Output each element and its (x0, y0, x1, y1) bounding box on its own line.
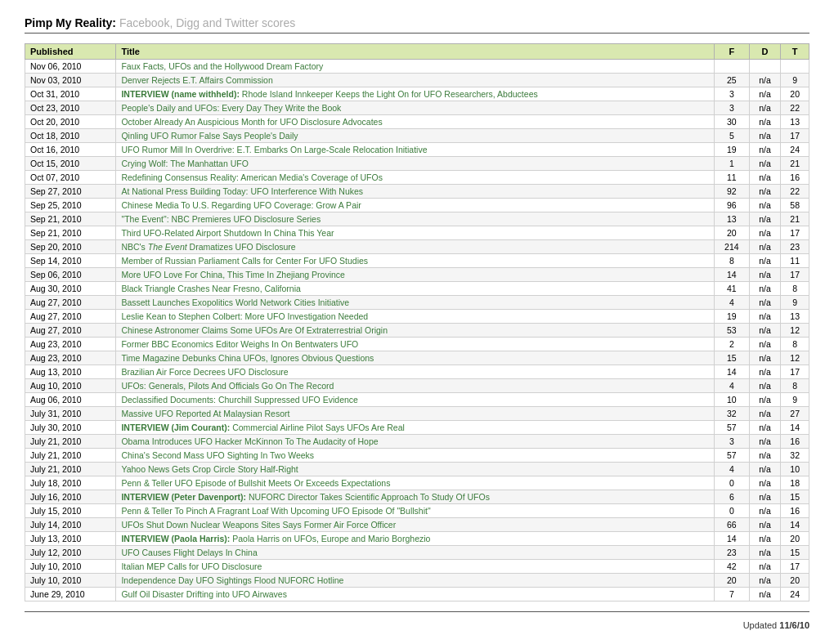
cell-t: 11 (781, 254, 809, 268)
cell-d: n/a (749, 185, 781, 199)
article-link[interactable]: Italian MEP Calls for UFO Disclosure (121, 561, 262, 571)
cell-f: 57 (714, 421, 749, 435)
cell-t: 23 (781, 240, 809, 254)
cell-title: Crying Wolf: The Manhattan UFO (116, 157, 715, 171)
table-row: Oct 23, 2010People's Daily and UFOs: Eve… (25, 101, 809, 115)
col-f: F (714, 44, 749, 60)
cell-date: Aug 27, 2010 (25, 296, 116, 310)
cell-title: Bassett Launches Exopolitics World Netwo… (116, 296, 715, 310)
table-row: Aug 10, 2010UFOs: Generals, Pilots And O… (25, 379, 809, 393)
cell-f: 2 (714, 338, 749, 351)
cell-f: 14 (714, 268, 749, 282)
table-header-row: Published Title F D T (25, 44, 809, 60)
article-link[interactable]: UFO Causes Flight Delays In China (121, 548, 257, 557)
cell-d: n/a (749, 449, 781, 463)
article-link[interactable]: More UFO Love For China, This Time In Zh… (121, 270, 345, 280)
cell-title: Time Magazine Debunks China UFOs, Ignore… (116, 351, 715, 365)
cell-title: Leslie Kean to Stephen Colbert: More UFO… (116, 310, 715, 324)
cell-f: 7 (714, 588, 749, 602)
article-link[interactable]: Gulf Oil Disaster Drifting into UFO Airw… (121, 589, 286, 599)
article-link[interactable]: UFOs Shut Down Nuclear Weapons Sites Say… (121, 520, 396, 530)
cell-t: 9 (781, 296, 809, 310)
article-link[interactable]: INTERVIEW (Paola Harris): Paola Harris o… (121, 534, 430, 543)
cell-t: 20 (781, 87, 809, 101)
article-link[interactable]: Former BBC Economics Editor Weighs In On… (121, 339, 358, 349)
article-link[interactable]: "The Event": NBC Premieres UFO Disclosur… (121, 214, 321, 224)
article-link[interactable]: Chinese Media To U.S. Regarding UFO Cove… (121, 200, 361, 210)
cell-d: n/a (749, 504, 781, 518)
article-link[interactable]: Yahoo News Gets Crop Circle Story Half-R… (121, 464, 298, 474)
article-link[interactable]: October Already An Auspicious Month for … (121, 117, 382, 127)
article-link[interactable]: UFOs: Generals, Pilots And Officials Go … (121, 381, 334, 391)
cell-title: Chinese Astronomer Claims Some UFOs Are … (116, 324, 715, 338)
article-link[interactable]: Time Magazine Debunks China UFOs, Ignore… (121, 353, 374, 363)
col-d: D (749, 44, 781, 60)
article-link[interactable]: Bassett Launches Exopolitics World Netwo… (121, 297, 349, 307)
article-link[interactable]: Chinese Astronomer Claims Some UFOs Are … (121, 325, 388, 335)
article-link[interactable]: At National Press Building Today: UFO In… (121, 186, 363, 196)
cell-t: 16 (781, 435, 809, 449)
cell-f: 42 (714, 560, 749, 574)
article-link[interactable]: Black Triangle Crashes Near Fresno, Cali… (121, 284, 300, 293)
cell-title: Member of Russian Parliament Calls for C… (116, 254, 715, 268)
cell-title: UFO Rumor Mill In Overdrive: E.T. Embark… (116, 143, 715, 157)
cell-date: Oct 07, 2010 (25, 171, 116, 185)
article-link[interactable]: INTERVIEW (Jim Courant): Commercial Airl… (121, 423, 404, 432)
article-link[interactable]: Leslie Kean to Stephen Colbert: More UFO… (121, 311, 368, 321)
cell-d: n/a (749, 143, 781, 157)
article-link[interactable]: Redefining Consensus Reality: American M… (121, 172, 383, 182)
footer-update: Updated 11/6/10 (25, 620, 809, 630)
article-link[interactable]: INTERVIEW (name withheld): Rhode Island … (121, 89, 537, 99)
article-link[interactable]: Obama Introduces UFO Hacker McKinnon To … (121, 436, 378, 446)
cell-t: 17 (781, 268, 809, 282)
cell-f: 6 (714, 490, 749, 504)
article-link[interactable]: Qinling UFO Rumor False Says People's Da… (121, 131, 298, 141)
cell-t: 21 (781, 157, 809, 171)
cell-f: 4 (714, 379, 749, 393)
cell-d: n/a (749, 588, 781, 602)
article-link[interactable]: Independence Day UFO Sightings Flood NUF… (121, 575, 343, 585)
article-link[interactable]: Crying Wolf: The Manhattan UFO (121, 159, 248, 168)
article-link[interactable]: Denver Rejects E.T. Affairs Commission (121, 75, 272, 85)
article-link[interactable]: NBC's The Event Dramatizes UFO Disclosur… (121, 242, 295, 252)
article-link[interactable]: INTERVIEW (Peter Davenport): NUFORC Dire… (121, 492, 489, 502)
article-link[interactable]: Third UFO-Related Airport Shutdown In Ch… (121, 228, 334, 238)
article-link[interactable]: UFO Rumor Mill In Overdrive: E.T. Embark… (121, 145, 427, 154)
cell-t: 15 (781, 546, 809, 560)
article-link[interactable]: Penn & Teller UFO Episode of Bullshit Me… (121, 478, 390, 488)
cell-f: 19 (714, 310, 749, 324)
article-link[interactable]: People's Daily and UFOs: Every Day They … (121, 103, 341, 113)
table-row: Aug 23, 2010Former BBC Economics Editor … (25, 338, 809, 351)
cell-t: 13 (781, 115, 809, 129)
cell-date: July 30, 2010 (25, 421, 116, 435)
article-link[interactable]: Faux Facts, UFOs and the Hollywood Dream… (121, 61, 323, 71)
article-link[interactable]: Massive UFO Reported At Malaysian Resort (121, 409, 289, 418)
article-link[interactable]: Brazilian Air Force Decrees UFO Disclosu… (121, 367, 288, 377)
cell-title: Redefining Consensus Reality: American M… (116, 171, 715, 185)
cell-title: UFO Causes Flight Delays In China (116, 546, 715, 560)
cell-d: n/a (749, 476, 781, 490)
cell-t: 24 (781, 588, 809, 602)
article-link[interactable]: Member of Russian Parliament Calls for C… (121, 256, 368, 266)
cell-f: 20 (714, 574, 749, 588)
cell-date: Sep 27, 2010 (25, 185, 116, 199)
cell-d: n/a (749, 199, 781, 212)
cell-d: n/a (749, 296, 781, 310)
table-row: Oct 18, 2010Qinling UFO Rumor False Says… (25, 129, 809, 143)
cell-f: 10 (714, 393, 749, 407)
cell-title: UFOs Shut Down Nuclear Weapons Sites Say… (116, 518, 715, 532)
cell-f: 3 (714, 87, 749, 101)
cell-title: Chinese Media To U.S. Regarding UFO Cove… (116, 199, 715, 212)
cell-f: 32 (714, 407, 749, 421)
cell-title: INTERVIEW (Paola Harris): Paola Harris o… (116, 532, 715, 546)
cell-f: 5 (714, 129, 749, 143)
cell-date: Aug 30, 2010 (25, 282, 116, 296)
table-row: June 29, 2010Gulf Oil Disaster Drifting … (25, 588, 809, 602)
cell-d: n/a (749, 490, 781, 504)
cell-date: July 14, 2010 (25, 518, 116, 532)
article-link[interactable]: Declassified Documents: Churchill Suppre… (121, 395, 357, 405)
article-link[interactable]: China's Second Mass UFO Sighting In Two … (121, 450, 314, 460)
cell-t: 20 (781, 532, 809, 546)
article-link[interactable]: Penn & Teller To Pinch A Fragrant Loaf W… (121, 506, 430, 516)
cell-t: 8 (781, 338, 809, 351)
